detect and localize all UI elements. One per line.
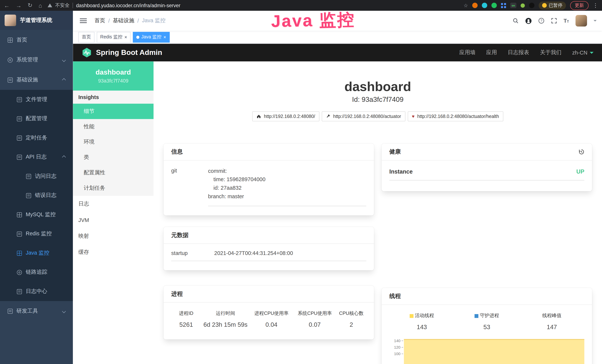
sidebar-item-config[interactable]: 配置管理 — [0, 109, 73, 128]
metadata-card-title: 元数据 — [171, 232, 189, 239]
sba-logo-icon — [81, 47, 92, 58]
search-icon[interactable] — [512, 18, 519, 24]
extension-icon-orange[interactable] — [472, 3, 478, 8]
extension-icon-dark[interactable] — [529, 3, 535, 8]
extension-icon-leaf[interactable] — [521, 3, 525, 8]
sidebar-item-log-center[interactable]: 日志中心 — [0, 282, 73, 301]
close-icon[interactable] — [163, 34, 166, 40]
sba-menu-caches[interactable]: 缓存 — [73, 244, 153, 260]
process-card: 进程 进程ID 5261 运行时间 — [163, 286, 374, 340]
reload-icon[interactable]: ↻ — [28, 2, 32, 9]
sidebar-item-error-log[interactable]: 错误日志 — [0, 186, 73, 205]
health-card: 健康 Instance UP — [382, 144, 592, 191]
sba-menu-classes[interactable]: 类 — [73, 150, 153, 165]
sba-brand[interactable]: Spring Boot Admin — [81, 47, 162, 58]
sba-menu-details[interactable]: 细节 — [73, 104, 153, 119]
paused-badge[interactable]: 已暂停 — [538, 1, 566, 9]
process-col-header: CPU核心数 — [338, 310, 365, 317]
sidebar-item-tracing[interactable]: 链路追踪 — [0, 263, 73, 282]
tab-redis-monitor[interactable]: Redis 监控 — [97, 32, 130, 43]
threads-legend: 活动线程 143 守护进程 53 线程峰值 — [389, 311, 584, 331]
address-bar[interactable]: 不安全 dashboard.yudao.iocoder.cn/infra/adm… — [47, 2, 458, 9]
avatar-caret-icon[interactable] — [593, 20, 597, 23]
sidebar-item-home[interactable]: 首页 — [0, 30, 73, 50]
sba-nav-journal[interactable]: 日志报表 — [508, 49, 529, 56]
sidebar-item-devtools[interactable]: 研发工具 — [0, 301, 73, 321]
home-icon[interactable]: ⌂ — [39, 2, 42, 9]
locale-select[interactable]: zh-CN — [572, 50, 593, 56]
logo-image — [5, 15, 16, 26]
insights-section: Insights 细节 性能 环境 类 配置属性 计划任务 — [73, 91, 153, 196]
gear-icon — [8, 57, 13, 63]
extension-icon-teal[interactable] — [482, 3, 487, 8]
actuator-url-link[interactable]: http://192.168.0.2:48080/actuator — [322, 111, 405, 121]
fullscreen-icon[interactable] — [551, 18, 557, 24]
process-col-header: 进程CPU使用率 — [251, 310, 292, 317]
sidebar-item-access-log[interactable]: 访问日志 — [0, 167, 73, 186]
annotation-text: Java 监控 — [271, 8, 355, 33]
health-card-title: 健康 — [389, 148, 401, 156]
service-url-link[interactable]: http://192.168.0.2:48080/ — [252, 111, 319, 121]
redis-icon — [17, 231, 22, 236]
sidebar-item-files[interactable]: 文件管理 — [0, 90, 73, 109]
github-icon[interactable] — [525, 17, 532, 24]
instance-header[interactable]: dashboard 93a3fc7f7409 — [73, 61, 153, 90]
sba-menu-mappings[interactable]: 映射 — [73, 228, 153, 244]
sidebar-item-api-log[interactable]: API 日志 — [0, 147, 73, 167]
browser-menu-icon[interactable]: ⋮ — [593, 2, 598, 8]
screen: ← → ↻ ⌂ 不安全 dashboard.yudao.iocoder.cn/i… — [0, 0, 602, 364]
tab-java-monitor[interactable]: Java 监控 — [133, 32, 170, 43]
sba-header: Spring Boot Admin 应用墙 应用 日志报表 关于我们 zh-CN — [73, 44, 602, 61]
history-icon[interactable] — [579, 149, 584, 155]
sba-menu-config-props[interactable]: 配置属性 — [73, 165, 153, 181]
sidebar-item-java-monitor[interactable]: Java 监控 — [0, 244, 73, 263]
process-table: 进程ID 5261 运行时间 6d 23h 15m 59s — [171, 309, 366, 328]
avatar[interactable] — [575, 15, 587, 27]
app-logo[interactable]: 芋道管理系统 — [0, 11, 73, 30]
sidebar-item-jobs[interactable]: 定时任务 — [0, 128, 73, 148]
toolbox-icon — [8, 309, 13, 314]
sidebar-item-mysql[interactable]: MySQL 监控 — [0, 205, 73, 224]
sba-nav-about[interactable]: 关于我们 — [540, 49, 561, 56]
sba-detail-view: dashboard Id: 93a3fc7f7409 http://192.16… — [153, 61, 602, 364]
process-col-value: 0.07 — [295, 321, 335, 328]
extension-icon-switch[interactable]: on — [510, 3, 516, 8]
sba-menu-environment[interactable]: 环境 — [73, 134, 153, 150]
sba-nav-wallboard[interactable]: 应用墙 — [459, 49, 475, 56]
help-icon[interactable]: ? — [538, 18, 544, 24]
forward-icon[interactable]: → — [16, 2, 22, 9]
instance-title: dashboard — [163, 79, 592, 94]
extension-icon-green[interactable] — [492, 3, 497, 8]
breadcrumb-home[interactable]: 首页 — [94, 17, 105, 24]
url-text: dashboard.yudao.iocoder.cn/infra/admin-s… — [76, 2, 180, 8]
sba-menu-jvm[interactable]: JVM — [73, 212, 153, 228]
process-card-title: 进程 — [171, 290, 183, 298]
close-icon[interactable] — [124, 34, 127, 40]
update-button[interactable]: 更新 — [570, 1, 589, 10]
mysql-icon — [17, 212, 22, 217]
process-col-value: 5261 — [173, 321, 200, 328]
breadcrumb-infra[interactable]: 基础设施 — [113, 17, 134, 24]
chart-y-axis: 140 120 100 — [389, 337, 403, 364]
sba-nav-applications[interactable]: 应用 — [486, 49, 497, 56]
chevron-down-icon — [62, 58, 66, 62]
sidebar-item-system[interactable]: 系统管理 — [0, 50, 73, 70]
access-log-icon — [26, 174, 31, 179]
health-url-link[interactable]: ♥ http://192.168.0.2:48080/actuator/heal… — [408, 111, 503, 121]
legend-swatch-blue — [474, 314, 478, 318]
sba-menu-logs[interactable]: 日志 — [73, 196, 153, 212]
sba-menu-scheduled-tasks[interactable]: 计划任务 — [73, 181, 153, 196]
sidebar-item-redis[interactable]: Redis 监控 — [0, 224, 73, 244]
hamburger-icon[interactable] — [80, 18, 87, 19]
back-icon[interactable]: ← — [4, 2, 10, 9]
process-col-header: 系统CPU使用率 — [295, 310, 335, 317]
bookmark-star-icon[interactable]: ☆ — [463, 2, 468, 8]
sidebar-item-infra[interactable]: 基础设施 — [0, 70, 73, 90]
sba-menu-metrics[interactable]: 性能 — [73, 119, 153, 134]
chevron-down-icon — [590, 52, 594, 56]
font-size-icon[interactable] — [564, 18, 569, 24]
tab-home[interactable]: 首页 — [78, 32, 94, 43]
smiley-icon — [542, 3, 547, 8]
extension-icon-grid[interactable] — [501, 3, 506, 8]
log-center-icon — [17, 289, 22, 294]
